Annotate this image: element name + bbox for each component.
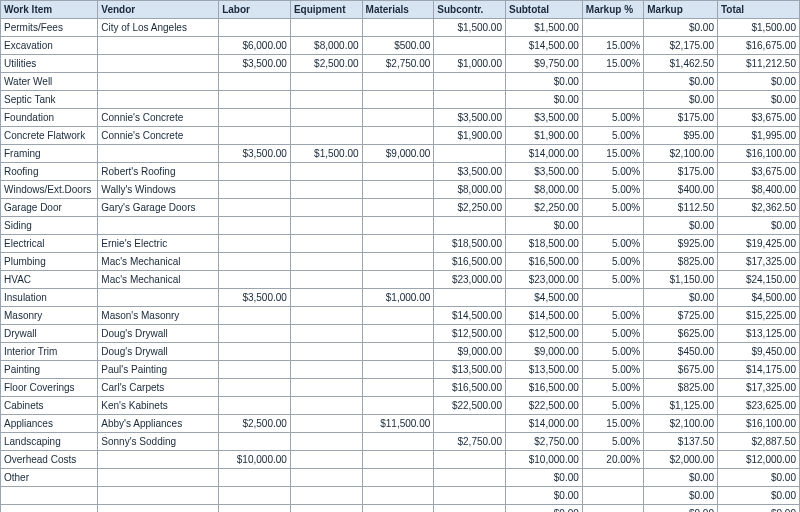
cell-sub[interactable]: $12,500.00 <box>434 325 506 343</box>
cell-vendor[interactable]: Paul's Painting <box>98 361 219 379</box>
cell-equip[interactable]: $1,500.00 <box>290 145 362 163</box>
cell-total[interactable]: $12,000.00 <box>718 451 800 469</box>
cell-mpct[interactable]: 5.00% <box>582 397 643 415</box>
cell-mat[interactable] <box>362 109 434 127</box>
cell-sub[interactable] <box>434 289 506 307</box>
cell-mat[interactable] <box>362 451 434 469</box>
cell-mpct[interactable] <box>582 91 643 109</box>
cell-subtotal[interactable]: $0.00 <box>505 217 582 235</box>
cell-vendor[interactable] <box>98 505 219 513</box>
cell-markup[interactable]: $825.00 <box>644 253 718 271</box>
cell-total[interactable]: $0.00 <box>718 217 800 235</box>
cell-work[interactable]: Excavation <box>1 37 98 55</box>
cell-subtotal[interactable]: $14,000.00 <box>505 415 582 433</box>
cell-mpct[interactable]: 5.00% <box>582 199 643 217</box>
cell-labor[interactable] <box>219 469 291 487</box>
cell-markup[interactable]: $675.00 <box>644 361 718 379</box>
cell-mpct[interactable] <box>582 19 643 37</box>
cell-total[interactable]: $3,675.00 <box>718 163 800 181</box>
cell-subtotal[interactable]: $23,000.00 <box>505 271 582 289</box>
cell-mpct[interactable]: 5.00% <box>582 343 643 361</box>
cell-mat[interactable]: $9,000.00 <box>362 145 434 163</box>
cell-labor[interactable] <box>219 505 291 513</box>
cell-total[interactable]: $9,450.00 <box>718 343 800 361</box>
cell-subtotal[interactable]: $10,000.00 <box>505 451 582 469</box>
cell-total[interactable]: $19,425.00 <box>718 235 800 253</box>
cell-mpct[interactable]: 15.00% <box>582 415 643 433</box>
cell-markup[interactable]: $925.00 <box>644 235 718 253</box>
cell-labor[interactable] <box>219 199 291 217</box>
cell-work[interactable]: HVAC <box>1 271 98 289</box>
cell-sub[interactable] <box>434 73 506 91</box>
cell-subtotal[interactable]: $16,500.00 <box>505 379 582 397</box>
cell-labor[interactable] <box>219 73 291 91</box>
cell-vendor[interactable] <box>98 145 219 163</box>
cell-subtotal[interactable]: $22,500.00 <box>505 397 582 415</box>
cell-vendor[interactable]: Connie's Concrete <box>98 109 219 127</box>
cell-work[interactable]: Siding <box>1 217 98 235</box>
cell-mat[interactable] <box>362 307 434 325</box>
cell-total[interactable]: $1,500.00 <box>718 19 800 37</box>
cell-work[interactable]: Masonry <box>1 307 98 325</box>
cell-mat[interactable] <box>362 505 434 513</box>
cell-labor[interactable] <box>219 487 291 505</box>
cell-sub[interactable] <box>434 487 506 505</box>
cell-equip[interactable] <box>290 343 362 361</box>
cell-sub[interactable]: $1,500.00 <box>434 19 506 37</box>
cell-vendor[interactable]: Doug's Drywall <box>98 325 219 343</box>
cell-markup[interactable]: $1,150.00 <box>644 271 718 289</box>
cell-mat[interactable]: $1,000.00 <box>362 289 434 307</box>
cell-total[interactable]: $24,150.00 <box>718 271 800 289</box>
cell-total[interactable]: $14,175.00 <box>718 361 800 379</box>
cell-markup[interactable]: $825.00 <box>644 379 718 397</box>
cell-labor[interactable] <box>219 397 291 415</box>
cell-vendor[interactable] <box>98 91 219 109</box>
cell-mpct[interactable]: 5.00% <box>582 361 643 379</box>
cell-mat[interactable] <box>362 379 434 397</box>
cell-work[interactable]: Electrical <box>1 235 98 253</box>
cell-markup[interactable]: $625.00 <box>644 325 718 343</box>
cell-equip[interactable] <box>290 163 362 181</box>
cell-vendor[interactable]: Carl's Carpets <box>98 379 219 397</box>
cell-subtotal[interactable]: $14,500.00 <box>505 37 582 55</box>
cell-mpct[interactable] <box>582 289 643 307</box>
cell-subtotal[interactable]: $12,500.00 <box>505 325 582 343</box>
cell-sub[interactable]: $2,250.00 <box>434 199 506 217</box>
cell-sub[interactable]: $2,750.00 <box>434 433 506 451</box>
cell-vendor[interactable] <box>98 55 219 73</box>
cell-mpct[interactable]: 5.00% <box>582 235 643 253</box>
cell-subtotal[interactable]: $9,000.00 <box>505 343 582 361</box>
cell-work[interactable]: Windows/Ext.Doors <box>1 181 98 199</box>
cell-sub[interactable] <box>434 469 506 487</box>
cell-sub[interactable] <box>434 91 506 109</box>
cell-work[interactable] <box>1 487 98 505</box>
cell-vendor[interactable]: Sonny's Sodding <box>98 433 219 451</box>
cell-mpct[interactable]: 5.00% <box>582 127 643 145</box>
cell-subtotal[interactable]: $13,500.00 <box>505 361 582 379</box>
cell-markup[interactable]: $0.00 <box>644 217 718 235</box>
cell-mat[interactable] <box>362 181 434 199</box>
cell-labor[interactable] <box>219 325 291 343</box>
cell-vendor[interactable]: Mason's Masonry <box>98 307 219 325</box>
cell-work[interactable]: Garage Door <box>1 199 98 217</box>
cell-subtotal[interactable]: $9,750.00 <box>505 55 582 73</box>
cell-subtotal[interactable]: $4,500.00 <box>505 289 582 307</box>
cell-vendor[interactable]: Gary's Garage Doors <box>98 199 219 217</box>
cell-mat[interactable] <box>362 271 434 289</box>
cell-total[interactable]: $11,212.50 <box>718 55 800 73</box>
cell-equip[interactable] <box>290 289 362 307</box>
cell-equip[interactable]: $8,000.00 <box>290 37 362 55</box>
cell-equip[interactable] <box>290 487 362 505</box>
cell-labor[interactable] <box>219 19 291 37</box>
cell-markup[interactable]: $400.00 <box>644 181 718 199</box>
cell-equip[interactable] <box>290 379 362 397</box>
cell-total[interactable]: $4,500.00 <box>718 289 800 307</box>
cell-subtotal[interactable]: $0.00 <box>505 91 582 109</box>
cell-equip[interactable] <box>290 19 362 37</box>
cell-vendor[interactable] <box>98 451 219 469</box>
cell-labor[interactable] <box>219 271 291 289</box>
cell-total[interactable]: $8,400.00 <box>718 181 800 199</box>
cell-equip[interactable] <box>290 253 362 271</box>
cell-markup[interactable]: $725.00 <box>644 307 718 325</box>
cell-work[interactable]: Floor Coverings <box>1 379 98 397</box>
